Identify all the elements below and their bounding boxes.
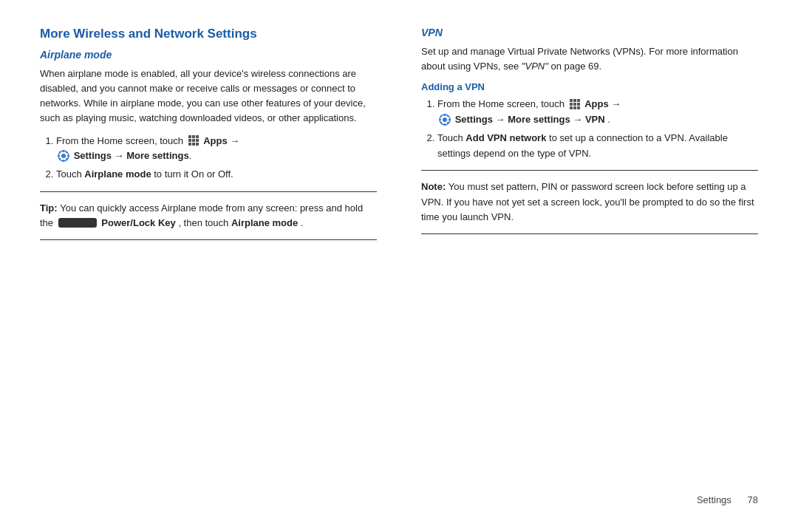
- airplane-mode-body: When airplane mode is enabled, all your …: [40, 66, 377, 126]
- svg-rect-30: [444, 114, 446, 116]
- vpn-step1-vpn-label: VPN: [585, 114, 605, 125]
- vpn-body: Set up and manage Virtual Private Networ…: [421, 44, 758, 74]
- vpn-step-1: From the Home screen, touch: [437, 97, 758, 128]
- page: More Wireless and Network Settings Airpl…: [0, 0, 798, 532]
- airplane-mode-title: Airplane mode: [40, 49, 377, 61]
- svg-rect-14: [67, 155, 69, 157]
- step2-bold-airplane: Airplane mode: [84, 168, 151, 180]
- vpn-step2-touch: Touch: [437, 132, 466, 143]
- tip-text-then: , then touch: [178, 217, 231, 228]
- vpn-step1-text-before: From the Home screen, touch: [437, 98, 567, 109]
- tip-airplane-mode-bold: Airplane mode: [231, 217, 298, 228]
- svg-rect-11: [63, 150, 64, 152]
- svg-rect-6: [188, 143, 191, 146]
- right-column: VPN Set up and manage Virtual Private Ne…: [414, 27, 758, 487]
- vpn-italic-ref: "VPN": [522, 61, 548, 72]
- svg-rect-25: [570, 106, 573, 109]
- svg-rect-23: [573, 103, 576, 106]
- svg-rect-12: [63, 160, 64, 162]
- page-title: More Wireless and Network Settings: [40, 27, 377, 41]
- step1-apps-label: Apps: [203, 135, 230, 146]
- tip-block: Tip: You can quickly access Airplane mod…: [40, 201, 377, 231]
- note-block: Note: You must set pattern, PIN or passw…: [421, 180, 758, 224]
- vpn-divider-top: [421, 170, 758, 171]
- step-2-airplane: Touch Airplane mode to turn it On or Off…: [56, 167, 377, 183]
- footer-settings-text: Settings: [697, 494, 732, 505]
- step1-settings-label: Settings: [74, 150, 115, 161]
- note-label: Note:: [421, 181, 449, 192]
- vpn-step1-more-settings: More settings: [508, 114, 573, 125]
- svg-rect-27: [577, 106, 580, 109]
- svg-rect-26: [573, 106, 576, 109]
- svg-point-29: [443, 117, 447, 122]
- airplane-mode-section: Airplane mode When airplane mode is enab…: [40, 49, 377, 240]
- vpn-title: VPN: [421, 27, 758, 38]
- svg-point-10: [61, 154, 66, 158]
- vpn-step1-settings-label: Settings: [455, 114, 496, 125]
- vpn-section: VPN Set up and manage Virtual Private Ne…: [421, 27, 758, 234]
- svg-rect-5: [196, 139, 199, 142]
- step1-arrow2: →: [115, 150, 124, 161]
- vpn-step1-arrow2: →: [496, 114, 505, 125]
- svg-rect-33: [449, 119, 451, 120]
- adding-vpn-title: Adding a VPN: [421, 81, 758, 92]
- vpn-apps-grid-icon: [569, 98, 581, 110]
- step2-text-after: to turn it On or Off.: [154, 168, 233, 180]
- svg-rect-8: [196, 143, 199, 146]
- two-column-layout: More Wireless and Network Settings Airpl…: [40, 27, 758, 487]
- svg-rect-19: [570, 99, 573, 102]
- svg-rect-3: [188, 139, 191, 142]
- divider-tip: [40, 191, 377, 192]
- svg-rect-2: [196, 135, 199, 138]
- vpn-body-after: on page 69.: [550, 61, 601, 72]
- step1-more-settings: More settings: [126, 150, 189, 161]
- step1-period: .: [189, 150, 192, 161]
- vpn-steps: From the Home screen, touch: [437, 97, 758, 161]
- step-1-airplane: From the Home screen, touch: [56, 134, 377, 165]
- vpn-step-2: Touch Add VPN network to set up a connec…: [437, 131, 758, 162]
- svg-rect-21: [577, 99, 580, 102]
- svg-rect-7: [192, 143, 195, 146]
- tip-label: Tip:: [40, 202, 60, 214]
- svg-rect-4: [192, 139, 195, 142]
- airplane-mode-steps: From the Home screen, touch: [56, 134, 377, 183]
- footer-label: Settings 78: [697, 494, 758, 505]
- tip-period: .: [301, 217, 304, 228]
- step1-text-before: From the Home screen, touch: [56, 135, 186, 146]
- svg-rect-13: [58, 155, 60, 157]
- vpn-step1-period: .: [607, 114, 610, 125]
- vpn-step1-arrow3: →: [573, 114, 582, 125]
- vpn-step1-apps-label: Apps: [584, 98, 611, 109]
- svg-rect-20: [573, 99, 576, 102]
- note-text: You must set pattern, PIN or password sc…: [421, 181, 754, 222]
- svg-rect-22: [570, 103, 573, 106]
- vpn-step2-add-vpn: Add VPN network: [466, 132, 546, 143]
- divider-after-tip: [40, 239, 377, 240]
- vpn-step1-arrow1: →: [611, 98, 621, 109]
- vpn-divider-bottom: [421, 233, 758, 234]
- power-key-image: [58, 218, 97, 228]
- tip-power-key-label: Power/Lock Key: [101, 217, 175, 228]
- svg-rect-31: [444, 123, 446, 126]
- vpn-settings-gear-icon: [439, 114, 451, 126]
- svg-rect-32: [439, 119, 441, 120]
- footer-page-number: 78: [748, 494, 758, 505]
- svg-rect-0: [188, 135, 191, 138]
- svg-rect-1: [192, 135, 195, 138]
- step1-arrow1: →: [230, 135, 239, 146]
- apps-grid-icon: [188, 134, 200, 146]
- svg-rect-24: [577, 103, 580, 106]
- left-column: More Wireless and Network Settings Airpl…: [40, 27, 384, 487]
- step2-text-touch: Touch: [56, 168, 84, 180]
- page-footer: Settings 78: [40, 487, 758, 505]
- settings-gear-icon: [58, 150, 69, 162]
